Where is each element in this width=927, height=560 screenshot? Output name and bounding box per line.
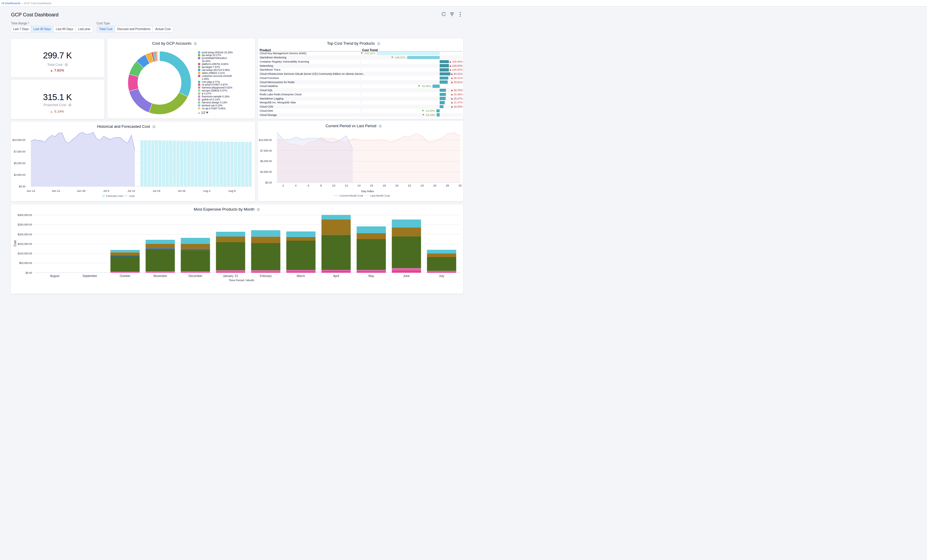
- svg-text:Cost: Cost: [14, 240, 17, 247]
